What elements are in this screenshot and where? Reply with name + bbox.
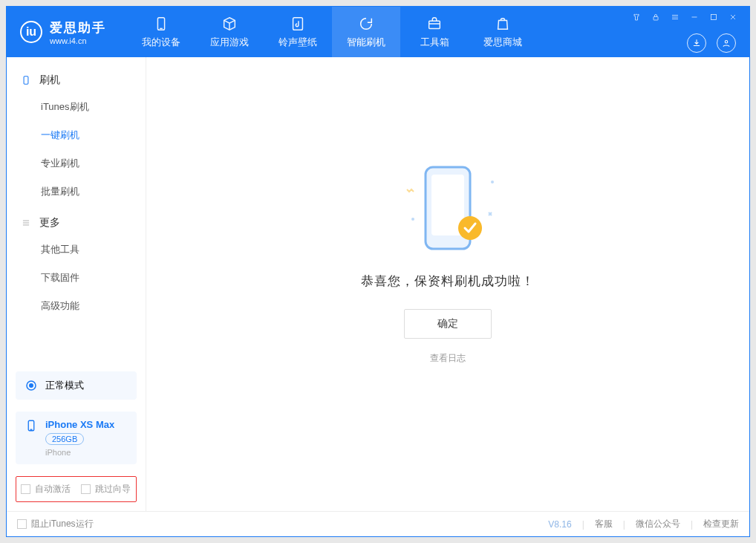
sidebar-section-more: 更多 [7, 206, 146, 235]
phone-icon [152, 15, 170, 33]
nav-toolbox[interactable]: 工具箱 [400, 7, 469, 57]
checkbox-icon [21, 484, 30, 494]
titlebar: iu 爱思助手 www.i4.cn 我的设备 应用游戏 铃声壁纸 智能刷机 [7, 7, 749, 57]
device-name: iPhone XS Max [45, 419, 114, 430]
list-icon [20, 217, 32, 229]
svg-point-12 [725, 41, 728, 44]
phone-outline-icon [20, 74, 32, 86]
mode-icon [25, 379, 38, 392]
header-right-buttons [687, 33, 736, 53]
footer-link-support[interactable]: 客服 [595, 518, 613, 530]
download-button[interactable] [687, 33, 706, 53]
checkbox-icon [81, 484, 91, 494]
options-highlight-box: 自动激活 跳过向导 [16, 476, 137, 502]
app-window: iu 爱思助手 www.i4.cn 我的设备 应用游戏 铃声壁纸 智能刷机 [6, 6, 750, 537]
toolbox-icon [426, 15, 443, 33]
sidebar-item-download-firmware[interactable]: 下载固件 [7, 264, 146, 292]
checkbox-skip-guide[interactable]: 跳过向导 [81, 483, 131, 495]
refresh-icon [357, 15, 375, 33]
user-button[interactable] [717, 33, 736, 53]
success-illustration [385, 160, 511, 259]
svg-point-18 [30, 384, 33, 388]
sidebar-section-flash: 刷机 [7, 63, 146, 93]
sidebar-item-oneclick-flash[interactable]: 一键刷机 [7, 121, 146, 149]
nav-my-device[interactable]: 我的设备 [127, 7, 195, 57]
main-content: 恭喜您，保资料刷机成功啦！ 确定 查看日志 [146, 57, 749, 511]
lock-icon[interactable] [650, 11, 662, 23]
svg-rect-9 [711, 15, 717, 20]
checkbox-auto-activate[interactable]: 自动激活 [21, 483, 71, 495]
sidebar-item-advanced[interactable]: 高级功能 [7, 292, 146, 320]
ok-button[interactable]: 确定 [404, 309, 492, 339]
view-log-link[interactable]: 查看日志 [430, 352, 466, 365]
menu-icon[interactable] [669, 11, 681, 23]
checkbox-icon [17, 519, 27, 529]
music-note-icon [289, 15, 307, 33]
cube-icon [221, 15, 238, 33]
device-card[interactable]: iPhone XS Max 256GB iPhone [16, 412, 137, 464]
logo-icon: iu [20, 21, 42, 43]
close-button[interactable] [727, 11, 739, 23]
sidebar: 刷机 iTunes刷机 一键刷机 专业刷机 批量刷机 更多 其他工具 下载固件 … [7, 57, 146, 511]
nav-apps-games[interactable]: 应用游戏 [195, 7, 264, 57]
svg-point-25 [411, 218, 414, 221]
svg-point-24 [491, 181, 494, 183]
app-logo: iu 爱思助手 www.i4.cn [7, 7, 120, 57]
app-domain: www.i4.cn [50, 36, 106, 45]
version-label: V8.16 [548, 519, 571, 530]
nav-smart-flash[interactable]: 智能刷机 [332, 7, 400, 57]
minimize-button[interactable] [688, 11, 700, 23]
svg-rect-4 [654, 17, 658, 21]
sidebar-item-itunes-flash[interactable]: iTunes刷机 [7, 93, 146, 121]
svg-rect-2 [293, 18, 303, 30]
mode-card[interactable]: 正常模式 [16, 371, 137, 400]
main-nav: 我的设备 应用游戏 铃声壁纸 智能刷机 工具箱 爱思商城 [127, 7, 537, 57]
footer-link-check-update[interactable]: 检查更新 [703, 518, 739, 530]
window-controls [630, 11, 739, 23]
shirt-icon[interactable] [630, 11, 642, 23]
body: 刷机 iTunes刷机 一键刷机 专业刷机 批量刷机 更多 其他工具 下载固件 … [7, 57, 749, 511]
app-name: 爱思助手 [50, 19, 106, 36]
svg-rect-3 [429, 21, 440, 28]
shopping-bag-icon [494, 15, 512, 33]
success-message: 恭喜您，保资料刷机成功啦！ [361, 273, 535, 290]
sidebar-item-batch-flash[interactable]: 批量刷机 [7, 178, 146, 206]
sidebar-item-other-tools[interactable]: 其他工具 [7, 235, 146, 264]
sidebar-item-pro-flash[interactable]: 专业刷机 [7, 149, 146, 178]
footer-link-wechat[interactable]: 微信公众号 [636, 518, 680, 530]
svg-rect-13 [24, 77, 28, 85]
nav-store[interactable]: 爱思商城 [469, 7, 537, 57]
maximize-button[interactable] [708, 11, 720, 23]
device-phone-icon [25, 419, 38, 432]
svg-point-23 [458, 216, 482, 240]
statusbar: 阻止iTunes运行 V8.16 | 客服 | 微信公众号 | 检查更新 [7, 511, 749, 536]
checkbox-block-itunes[interactable]: 阻止iTunes运行 [17, 518, 94, 530]
nav-ringtone-wallpaper[interactable]: 铃声壁纸 [264, 7, 332, 57]
device-type: iPhone [45, 448, 114, 457]
device-capacity: 256GB [45, 433, 84, 445]
